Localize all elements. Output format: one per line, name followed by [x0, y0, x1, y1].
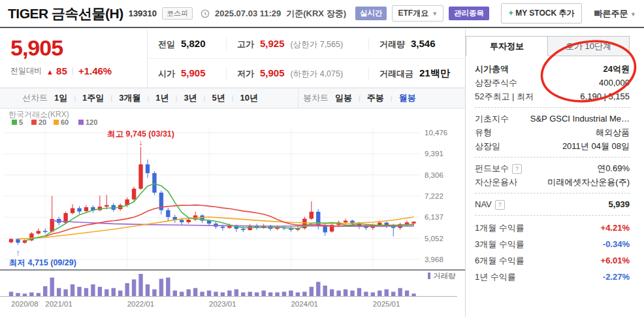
- return-1year-row: 1년 수익률 -2.27%: [475, 269, 630, 285]
- nav-row: NAV? 5,939: [475, 197, 630, 211]
- price-chart: 10,4769,3918,3067,2226,1375,0523,968최고 9…: [0, 108, 465, 317]
- header: TIGER 금속선물(H) 139310 코스피 2025.07.03 11:2…: [0, 0, 644, 28]
- fund-fee-row: 펀드보수? 연0.69%: [475, 161, 630, 175]
- plus-icon: +: [509, 8, 513, 18]
- period-5year[interactable]: 5년: [212, 92, 225, 104]
- period-3month[interactable]: 3개월: [119, 92, 140, 104]
- svg-text:5: 5: [19, 118, 23, 126]
- returns-group: 1개월 수익률 +4.21% 3개월 수익률 -0.34% 6개월 수익률 +6…: [475, 220, 630, 285]
- quote-basis: 기준(KRX 장중): [286, 8, 346, 20]
- divider: |: [391, 94, 393, 102]
- asset-manager-row: 자산운용사 미래에셋자산운용(주): [475, 175, 630, 189]
- week52-high-low-row: 52주최고 | 최저 6,190 | 5,155: [475, 90, 630, 103]
- cell-label: 고가: [237, 39, 254, 50]
- tab-investment-info[interactable]: 투자정보: [466, 36, 548, 56]
- svg-text:2021/01: 2021/01: [45, 300, 72, 308]
- svg-text:8,306: 8,306: [425, 171, 443, 179]
- tab-order-book[interactable]: 호가 10단계: [548, 36, 630, 56]
- change-value: 85: [56, 65, 67, 76]
- my-stock-add-button[interactable]: + MY STOCK 추가: [501, 3, 583, 24]
- svg-text:60: 60: [61, 118, 69, 126]
- svg-text:↑: ↑: [16, 248, 20, 258]
- row-label: 상장주식수: [475, 76, 517, 90]
- cell-value: 5,925: [260, 38, 285, 49]
- row-label: 기초지수: [475, 112, 509, 125]
- row-value: 24억원: [604, 62, 630, 76]
- divider: |: [204, 94, 206, 102]
- change-label: 전일대비: [10, 65, 42, 76]
- row-label: 상장일: [475, 139, 500, 153]
- row-value: 5,939: [608, 197, 630, 211]
- svg-text:9,391: 9,391: [425, 150, 443, 158]
- return-3month-row: 3개월 수익률 -0.34%: [475, 236, 630, 252]
- quick-order-button[interactable]: 빠른주문 ▼: [594, 8, 636, 20]
- chart-period-bar: 선차트 1일| 1주일| 3개월| 1년| 3년| 5년| 10년 봉차트 일봉…: [0, 88, 465, 108]
- row-value: 400,000: [599, 76, 630, 90]
- period-10year[interactable]: 10년: [240, 92, 258, 104]
- divider: |: [147, 94, 149, 102]
- divider: [475, 157, 630, 158]
- help-icon[interactable]: ?: [512, 164, 522, 174]
- page-title: TIGER 금속선물(H): [8, 5, 123, 23]
- realtime-badge: 실시간: [355, 7, 387, 20]
- period-1day[interactable]: 1일: [54, 92, 67, 104]
- prev-close-cell: 전일 5,820: [148, 38, 226, 50]
- divider: |: [359, 94, 361, 102]
- row-label: 자산운용사: [475, 175, 517, 189]
- svg-text:6,137: 6,137: [425, 213, 443, 221]
- svg-text:2022/01: 2022/01: [127, 300, 155, 308]
- line-chart-label: 선차트: [22, 92, 48, 104]
- row-value: +4.21%: [601, 220, 630, 236]
- return-1month-row: 1개월 수익률 +4.21%: [475, 220, 630, 236]
- svg-text:10,476: 10,476: [425, 129, 447, 137]
- candle-chart-label: 봉차트: [303, 92, 329, 104]
- cell-value: 5,820: [181, 38, 206, 49]
- svg-text:2023/01: 2023/01: [209, 300, 236, 308]
- period-3year[interactable]: 3년: [184, 92, 197, 104]
- row-label: 1년 수익률: [475, 269, 516, 285]
- market-badge: 코스피: [162, 7, 193, 20]
- row-label: 1개월 수익률: [475, 220, 524, 236]
- investment-info-body: 시가총액 24억원 상장주식수 400,000 52주최고 | 최저 6,190…: [466, 56, 644, 285]
- etf-overview-button[interactable]: ETF개요 ▼: [392, 5, 443, 22]
- candle-chart-period-group: 봉차트 일봉| 주봉| 월봉: [303, 88, 416, 108]
- help-icon[interactable]: ?: [495, 200, 505, 210]
- row-label: 펀드보수?: [475, 161, 522, 175]
- fee-label: 펀드보수: [475, 163, 509, 173]
- row-value: S&P GSCI Industrial Me…: [530, 112, 630, 125]
- stock-detail-page: TIGER 금속선물(H) 139310 코스피 2025.07.03 11:2…: [0, 0, 644, 317]
- row-value: 6,190 | 5,155: [580, 90, 630, 103]
- svg-text:120: 120: [86, 118, 97, 126]
- listing-date-row: 상장일 2011년 04월 08일: [475, 139, 630, 153]
- cell-label: 전일: [158, 39, 175, 50]
- managed-stock-badge: 관리종목: [449, 7, 489, 20]
- candle-monthly-active[interactable]: 월봉: [399, 92, 416, 104]
- row-value: 연0.69%: [597, 161, 630, 175]
- candle-weekly[interactable]: 주봉: [367, 92, 384, 104]
- chevron-down-icon: ▼: [630, 11, 636, 18]
- svg-text:5,052: 5,052: [425, 235, 443, 242]
- current-price: 5,905: [10, 37, 147, 60]
- quick-order-label: 빠른주문: [594, 8, 628, 18]
- svg-text:20: 20: [39, 118, 46, 126]
- candle-daily[interactable]: 일봉: [335, 92, 352, 104]
- chevron-down-icon: ▼: [432, 10, 438, 17]
- price-summary-section: 5,905 전일대비 ▲ 85 | +1.46% 전일 5,820 고가 5,9…: [0, 29, 465, 88]
- svg-text:거래량: 거래량: [433, 272, 456, 280]
- period-1week[interactable]: 1주일: [82, 92, 104, 104]
- current-price-block: 5,905 전일대비 ▲ 85 | +1.46%: [0, 29, 148, 88]
- limit-down-note: (하한가 4,075): [291, 69, 344, 80]
- period-1year[interactable]: 1년: [155, 92, 169, 104]
- open-price-cell: 시가 5,905: [148, 67, 226, 80]
- cell-value: 5,905: [260, 67, 285, 78]
- svg-text:3,968: 3,968: [425, 256, 443, 263]
- cell-label: 거래대금: [379, 68, 413, 80]
- cell-label: 저가: [237, 68, 254, 80]
- volume-legend-icon: [428, 273, 430, 279]
- stock-price-chart-svg: 10,4769,3918,3067,2226,1375,0523,968최고 9…: [0, 108, 465, 317]
- cell-value: 5,905: [181, 67, 206, 78]
- volume-cell: 거래량 3,546: [368, 38, 465, 50]
- volume-bars: [9, 274, 416, 296]
- svg-text:2025/01: 2025/01: [373, 300, 400, 308]
- row-label: 52주최고 | 최저: [475, 90, 534, 103]
